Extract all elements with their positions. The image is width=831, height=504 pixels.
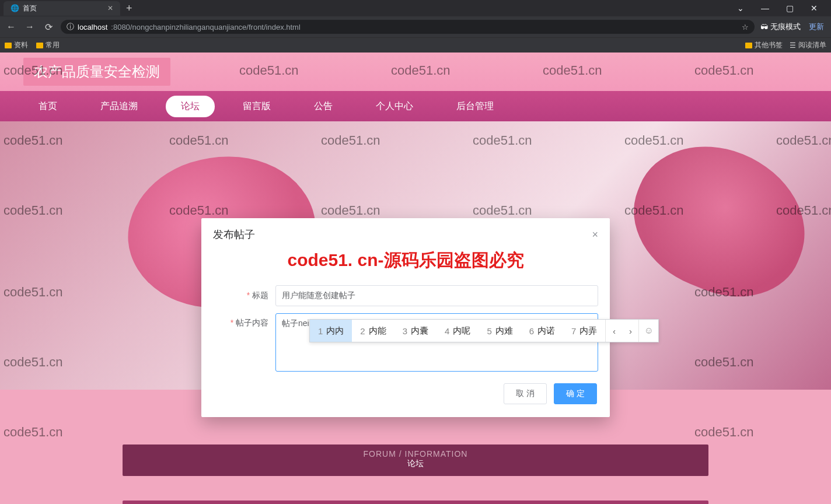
globe-icon: 🌐 — [11, 4, 19, 12]
ime-candidate-4[interactable]: 4内呢 — [437, 320, 479, 342]
ime-candidate-bar[interactable]: 1内内 2内能 3内囊 4内呢 5内难 6内诺 7内弄 ‹ › ☺ — [309, 319, 659, 342]
forum-action-bar: + 发布帖子 — [123, 501, 708, 504]
form-row-title: 标题 — [201, 282, 610, 310]
ime-next-button[interactable]: › — [622, 326, 638, 336]
forward-button[interactable]: → — [23, 20, 36, 33]
update-button[interactable]: 更新 — [806, 22, 826, 32]
ime-candidate-5[interactable]: 5内难 — [479, 320, 521, 342]
ime-candidate-1[interactable]: 1内内 — [310, 320, 352, 342]
browser-chrome: 🌐 首页 ✕ + ⌄ — ▢ ✕ ← → ⟳ ⓘ localhost:8080/… — [0, 0, 831, 52]
back-button[interactable]: ← — [5, 20, 18, 33]
url-path: :8080/nongchanpinzhilianganquanjiance/fr… — [111, 23, 301, 32]
nav-personal[interactable]: 个人中心 — [361, 96, 428, 117]
modal-header: 发布帖子 × — [201, 218, 610, 246]
ime-candidate-6[interactable]: 6内诺 — [521, 320, 563, 342]
folder-icon — [36, 43, 43, 48]
nav-home[interactable]: 首页 — [23, 96, 72, 117]
nav-trace[interactable]: 产品追溯 — [85, 96, 153, 117]
incognito-label: 无痕模式 — [770, 22, 801, 32]
url-host: localhost — [78, 23, 107, 32]
site-header: 农产品质量安全检测 — [0, 52, 831, 91]
label-title: 标题 — [213, 290, 268, 301]
window-close-button[interactable]: ✕ — [805, 4, 823, 13]
forum-title-zh: 论坛 — [123, 459, 708, 469]
confirm-button[interactable]: 确 定 — [554, 383, 597, 404]
ime-candidate-2[interactable]: 2内能 — [352, 320, 394, 342]
window-dropdown-icon[interactable]: ⌄ — [732, 4, 749, 13]
ime-prev-button[interactable]: ‹ — [606, 326, 622, 336]
modal-close-button[interactable]: × — [592, 229, 598, 241]
publish-post-modal: 发布帖子 × code51. cn-源码乐园盗图必究 标题 帖子内容 I 取 消… — [201, 218, 610, 417]
forum-title-en: FORUM / INFORMATION — [123, 449, 708, 459]
window-minimize-button[interactable]: — — [756, 4, 774, 13]
other-bookmarks[interactable]: 其他书签 — [745, 40, 783, 50]
incognito-icon: 🕶 — [760, 23, 768, 32]
folder-icon — [5, 43, 12, 48]
modal-title: 发布帖子 — [213, 228, 255, 242]
ime-emoji-button[interactable]: ☺ — [638, 320, 658, 342]
new-tab-button[interactable]: + — [120, 2, 138, 15]
tab-title: 首页 — [23, 4, 37, 13]
tab-close-icon[interactable]: ✕ — [107, 4, 113, 12]
nav-notice[interactable]: 公告 — [299, 96, 348, 117]
nav-guestbook[interactable]: 留言版 — [228, 96, 286, 117]
url-input[interactable]: ⓘ localhost:8080/nongchanpinzhilianganqu… — [61, 20, 755, 34]
forum-section-title: FORUM / INFORMATION 论坛 — [123, 444, 708, 476]
reload-button[interactable]: ⟳ — [42, 20, 55, 33]
star-icon[interactable]: ☆ — [742, 23, 749, 32]
incognito-indicator[interactable]: 🕶 无痕模式 — [760, 22, 801, 32]
browser-tab[interactable]: 🌐 首页 ✕ — [4, 1, 120, 16]
ime-pager: ‹ › — [605, 320, 638, 342]
window-controls: ⌄ — ▢ ✕ — [732, 4, 827, 13]
main-nav: 首页 产品追溯 论坛 留言版 公告 个人中心 后台管理 — [0, 91, 831, 121]
site-info-icon[interactable]: ⓘ — [67, 22, 74, 32]
decor-petal — [613, 123, 827, 318]
reading-list[interactable]: ☰阅读清单 — [790, 40, 826, 50]
site-title: 农产品质量安全检测 — [23, 58, 170, 86]
folder-icon — [745, 43, 752, 48]
label-content: 帖子内容 — [213, 313, 268, 328]
bookmark-folder-ziliao[interactable]: 资料 — [5, 40, 28, 50]
input-title[interactable] — [275, 285, 598, 306]
cancel-button[interactable]: 取 消 — [504, 383, 547, 404]
watermark-overlay: code51. cn-源码乐园盗图必究 — [201, 246, 610, 282]
ime-candidate-7[interactable]: 7内弄 — [563, 320, 605, 342]
ime-candidate-3[interactable]: 3内囊 — [394, 320, 437, 342]
modal-footer: 取 消 确 定 — [201, 377, 610, 408]
nav-forum[interactable]: 论坛 — [166, 96, 215, 117]
nav-admin[interactable]: 后台管理 — [441, 96, 509, 117]
window-maximize-button[interactable]: ▢ — [781, 4, 798, 13]
tab-strip: 🌐 首页 ✕ + ⌄ — ▢ ✕ — [0, 0, 831, 16]
list-icon: ☰ — [790, 41, 796, 50]
address-bar: ← → ⟳ ⓘ localhost:8080/nongchanpinzhilia… — [0, 16, 831, 37]
bookmark-folder-changyong[interactable]: 常用 — [36, 40, 60, 50]
bookmarks-bar: 资料 常用 其他书签 ☰阅读清单 — [0, 37, 831, 52]
